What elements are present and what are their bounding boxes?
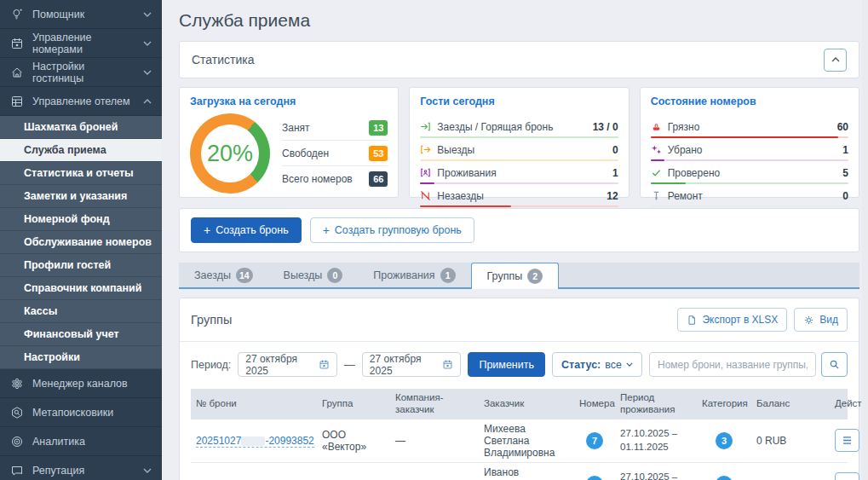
- rooms-row-repair: Ремонт 0: [651, 187, 848, 205]
- create-booking-button[interactable]: + Создать бронь: [191, 217, 302, 243]
- period-from: 27.10.2025 –: [620, 428, 677, 438]
- chevron-down-icon: [626, 362, 633, 367]
- sidebar-item-analytics[interactable]: Аналитика: [0, 427, 162, 456]
- sidebar-item-notes[interactable]: Заметки и указания: [0, 185, 162, 208]
- rooms-row-label: Убрано: [668, 144, 703, 156]
- scrollbar[interactable]: [862, 0, 868, 480]
- no-show-icon: [420, 190, 431, 201]
- row-actions-button[interactable]: [835, 472, 859, 480]
- sidebar-item-metasearch[interactable]: Метапоисковики: [0, 398, 162, 427]
- occupancy-percent: 20%: [207, 141, 253, 167]
- row-actions-button[interactable]: [835, 429, 859, 452]
- table-row: 20251027-20994879 Спортсмены — Иванов Ал…: [191, 463, 848, 480]
- sidebar-item-stats-reports[interactable]: Статистика и отчеты: [0, 162, 162, 185]
- sidebar-item-chessboard[interactable]: Шахматка броней: [0, 116, 162, 139]
- sidebar-item-guest-profiles[interactable]: Профили гостей: [0, 254, 162, 277]
- sidebar-item-label: Менеджер каналов: [32, 378, 128, 390]
- sidebar-item-hotel-settings[interactable]: Настройки гостиницы: [0, 58, 162, 87]
- groups-title: Группы: [191, 313, 232, 327]
- group-cell: ООО «Вектор»: [317, 425, 390, 456]
- rooms-row-label: Ремонт: [668, 190, 703, 202]
- checked-icon: [651, 167, 662, 178]
- legend-label: Всего номеров: [282, 173, 353, 185]
- rooms-row-dirty: Грязно 60: [651, 118, 848, 136]
- chevron-down-icon: [143, 468, 152, 473]
- groups-section: Группы Экспорт в XLSX Вид Период: 27 окт…: [179, 298, 859, 480]
- status-value: все: [605, 359, 622, 371]
- period-to: 01.11.2025: [620, 442, 669, 452]
- sidebar-item-label: Обслуживание номеров: [24, 236, 152, 248]
- chevron-down-icon: [143, 12, 152, 17]
- period-cell: 27.10.2025 –30.10.2025: [615, 467, 697, 480]
- customer-cell: Михеева Светлана Владимировна: [479, 419, 574, 462]
- tab-checkouts[interactable]: Выезды 0: [268, 263, 359, 287]
- table-header-row: № брони Группа Компания-заказчик Заказчи…: [191, 389, 848, 419]
- date-from-value: 27 октября 2025: [245, 353, 319, 377]
- calendar-icon: [319, 359, 330, 370]
- actions-band: + Создать бронь + Создать групповую брон…: [179, 208, 859, 252]
- column-header-group: Группа: [317, 395, 390, 413]
- sidebar-item-label: Заметки и указания: [24, 190, 127, 202]
- chevron-down-icon: [143, 70, 152, 75]
- tab-checkins[interactable]: Заезды 14: [179, 263, 268, 287]
- stat-cards-row: Загрузка на сегодня 20% Занят 13 Свободе…: [179, 87, 859, 198]
- sidebar-item-channel-manager[interactable]: Менеджер каналов: [0, 369, 162, 398]
- status-dropdown[interactable]: Статус: все: [552, 352, 642, 377]
- guests-row-value: 0: [612, 144, 618, 156]
- sidebar-item-label: Настройки гостиницы: [32, 61, 135, 84]
- repair-icon: [651, 190, 662, 201]
- search-input[interactable]: [649, 352, 816, 377]
- guests-row-checkins: Заезды / Горящая бронь 13 / 0: [420, 118, 618, 136]
- guests-row-noshows: Незаезды 12: [420, 187, 618, 205]
- guests-row-checkouts: Выезды 0: [420, 141, 618, 159]
- export-xlsx-button[interactable]: Экспорт в XLSX: [677, 308, 787, 332]
- rooms-row-checked: Проверено 5: [651, 164, 848, 182]
- group-cell: Спортсмены: [317, 475, 390, 480]
- statistics-panel-header: Статистика: [179, 41, 859, 78]
- tab-bar: Заезды 14 Выезды 0 Проживания 1 Группы 2: [179, 263, 859, 289]
- sidebar-item-room-service[interactable]: Обслуживание номеров: [0, 231, 162, 254]
- sidebar-item-label: Управление отелем: [32, 95, 130, 107]
- sidebar-item-companies[interactable]: Справочник компаний: [0, 277, 162, 300]
- sidebar-item-settings[interactable]: Настройки: [0, 346, 162, 369]
- sidebar-item-reputation[interactable]: Репутация: [0, 456, 162, 480]
- create-group-booking-button[interactable]: + Создать групповую бронь: [310, 217, 474, 243]
- booking-prefix: 20251027: [196, 435, 241, 447]
- total-count-badge: 66: [369, 171, 388, 187]
- create-group-booking-label: Создать групповую бронь: [335, 224, 462, 236]
- sidebar-item-room-fund[interactable]: Номерной фонд: [0, 208, 162, 231]
- column-header-rooms: Номера: [574, 395, 615, 413]
- tab-label: Выезды: [284, 269, 323, 281]
- sidebar-item-assistant[interactable]: Помощник: [0, 0, 162, 29]
- guests-row-staying: Проживания 1: [420, 164, 618, 182]
- tab-groups[interactable]: Группы 2: [471, 263, 560, 289]
- legend-row-total: Всего номеров 66: [282, 166, 388, 192]
- plus-icon: +: [323, 224, 330, 236]
- sidebar-item-hotel-management[interactable]: Управление отелем: [0, 87, 162, 116]
- sidebar-item-cash-registers[interactable]: Кассы: [0, 300, 162, 323]
- tab-staying[interactable]: Проживания 1: [358, 263, 470, 287]
- balance-cell: 120 000 RUB: [751, 475, 830, 480]
- guests-row-value: 13 / 0: [593, 121, 618, 133]
- occupied-count-badge: 13: [369, 120, 388, 136]
- sidebar-item-room-management[interactable]: Управление номерами: [0, 29, 162, 58]
- rooms-row-label: Проверено: [668, 167, 721, 179]
- sidebar-item-reception[interactable]: Служба приема: [0, 139, 162, 162]
- view-button[interactable]: Вид: [794, 308, 848, 332]
- sidebar-item-financial-accounting[interactable]: Финансовый учет: [0, 323, 162, 346]
- guests-row-label: Заезды / Горящая бронь: [437, 121, 553, 133]
- date-to-input[interactable]: 27 октября 2025: [362, 352, 462, 377]
- booking-number-link[interactable]: 20251027-20993852: [196, 435, 314, 448]
- rooms-state-card: Состояние номеров Грязно 60 Убрано 1 Про…: [640, 87, 859, 198]
- legend-label: Занят: [282, 122, 310, 134]
- search-button[interactable]: [821, 352, 848, 377]
- sidebar-item-label: Шахматка броней: [24, 121, 118, 133]
- guests-row-label: Незаезды: [437, 190, 484, 202]
- date-from-input[interactable]: 27 октября 2025: [238, 352, 337, 377]
- table-row: 20251027-20993852 ООО «Вектор» — Михеева…: [191, 419, 848, 463]
- rooms-row-label: Грязно: [668, 121, 700, 133]
- collapse-statistics-button[interactable]: [824, 49, 847, 72]
- sidebar-item-label: Репутация: [32, 465, 84, 477]
- apply-button[interactable]: Применить: [468, 352, 545, 377]
- sidebar-item-label: Помощник: [32, 9, 84, 20]
